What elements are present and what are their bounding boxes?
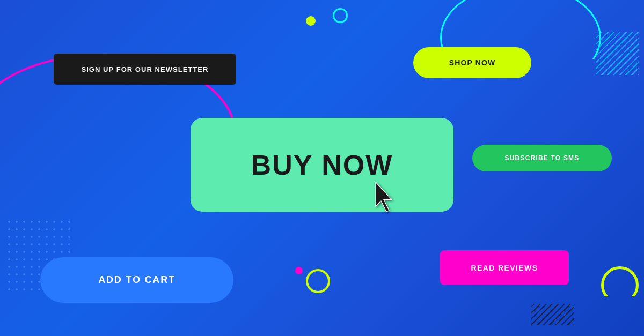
newsletter-button[interactable]: SIGN UP FOR OUR NEWSLETTER [54, 54, 236, 85]
subscribe-sms-button[interactable]: SUBSCRIBE TO SMS [472, 145, 612, 171]
add-to-cart-button[interactable]: ADD TO CART [40, 257, 233, 303]
buy-now-button[interactable]: BUY NOW [191, 118, 453, 212]
read-reviews-button[interactable]: READ REVIEWS [440, 250, 569, 285]
shop-now-button[interactable]: SHOP NOW [413, 47, 531, 78]
